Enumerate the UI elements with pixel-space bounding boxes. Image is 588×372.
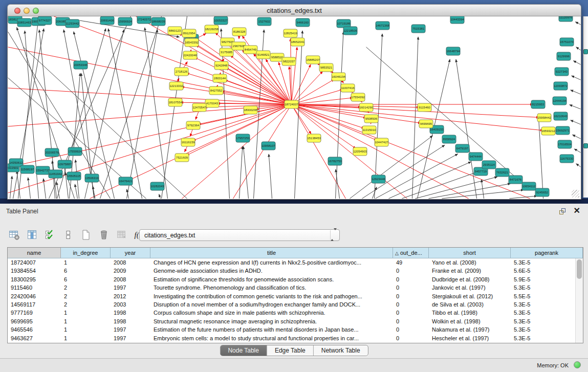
graph-node[interactable]: 20691406 [100,16,115,25]
table-cell[interactable]: 5.3E-5 [511,334,583,342]
delete-column-icon[interactable] [98,229,110,241]
graph-edge[interactable] [336,32,344,199]
graph-edge[interactable] [85,30,124,199]
graph-node[interactable]: 8860123 [168,27,182,35]
table-cell[interactable]: 9465546 [8,325,61,334]
table-cell[interactable]: 5.3E-5 [511,309,583,317]
table-cell[interactable]: 1997 [111,334,150,342]
table-cell[interactable]: 5.3E-5 [511,317,583,325]
graph-node[interactable]: 9508506 [364,115,378,123]
graph-edge[interactable] [416,177,497,199]
row-height-icon[interactable] [62,229,74,241]
table-cell[interactable]: 18300295 [8,275,61,283]
graph-node[interactable]: 2718126 [175,68,188,76]
table-cell[interactable]: Estimation of significance thresholds fo… [150,275,393,283]
graph-node[interactable]: 7521609 [175,154,189,162]
table-row[interactable]: 2242004622012Investigating the contribut… [8,292,583,300]
graph-node[interactable]: 12470547 [192,103,207,112]
graph-edge[interactable] [292,104,311,134]
graph-node[interactable]: 12444194 [553,97,567,105]
graph-edge[interactable] [75,184,77,199]
table-cell[interactable]: 2009 [111,267,150,275]
table-cell[interactable]: 2008 [111,275,150,283]
table-row[interactable]: 977716911998Corpus callosum shape and si… [8,309,583,317]
graph-node[interactable]: 7515381 [411,25,425,33]
graph-node[interactable]: 16593212 [541,127,556,135]
graph-node[interactable]: 16648794 [446,47,461,55]
table-cell[interactable]: 9115460 [8,283,61,292]
table-cell[interactable]: 1 [61,334,111,342]
graph-node[interactable]: 1527602 [257,17,271,26]
graph-node[interactable]: 11253442 [66,19,79,28]
graph-node[interactable]: 8471676 [509,176,522,184]
table-cell[interactable]: 1 [61,317,111,325]
graph-node[interactable]: 12213332 [169,82,184,90]
table-row[interactable]: 1938455462009Genome-wide association stu… [8,267,583,275]
table-cell[interactable]: 0 [393,283,429,292]
graph-node[interactable]: 9129996 [557,52,571,60]
table-cell[interactable]: 0 [393,275,429,283]
table-cell[interactable]: 18724007 [8,258,61,267]
graph-node[interactable]: 17957253 [236,134,250,142]
table-cell[interactable]: 22420046 [8,292,61,300]
tab-network-table[interactable]: Network Table [314,345,368,356]
graph-node[interactable]: 16543392 [185,38,199,47]
graph-edge[interactable] [194,57,291,104]
graph-node[interactable]: 13506319 [85,174,99,182]
graph-node[interactable]: 9792364 [186,121,200,129]
memory-status-icon[interactable] [574,361,581,368]
table-cell[interactable]: Disruption of a novel member of a sodium… [150,300,393,309]
table-cell[interactable]: 6 [61,275,111,283]
graph-node[interactable]: 17559924 [68,147,82,156]
close-panel-icon[interactable]: ✕ [574,206,580,215]
graph-node[interactable]: 18668039 [151,17,166,26]
table-cell[interactable]: Investigating the contribution of common… [150,292,393,300]
table-cell[interactable]: Stergiakouli et al. (2012) [429,292,511,300]
graph-edge[interactable] [510,196,537,199]
graph-node[interactable]: 16782753 [328,157,342,165]
table-cell[interactable]: 5.5E-5 [511,292,583,300]
float-window-icon[interactable] [558,207,567,215]
graph-edge[interactable] [8,47,292,104]
graph-edge[interactable] [292,47,297,104]
table-cell[interactable]: Genome-wide association studies in ADHD. [150,267,393,275]
table-cell[interactable]: 1997 [111,283,150,292]
table-row[interactable]: 946554611997Estimation of the future num… [8,325,583,334]
graph-node[interactable]: 16046194 [332,73,346,81]
table-cell[interactable]: 0 [393,292,429,300]
graph-edge[interactable] [376,154,458,199]
tab-node-table[interactable]: Node Table [220,345,267,356]
graph-edge[interactable] [412,37,419,199]
graph-node[interactable]: 11568197 [20,165,34,173]
graph-node[interactable]: 10975887 [58,160,72,168]
graph-node[interactable]: 17240372 [137,16,151,24]
table-scrollbar[interactable] [575,258,583,343]
graph-node[interactable]: 9242848 [214,61,228,70]
table-cell[interactable]: 1997 [111,325,150,334]
column-header-in-degree[interactable]: in_degree [61,248,111,258]
graph-node[interactable]: 8958924 [442,135,456,143]
network-canvas[interactable]: 1872400718381306208514631905572497743272… [7,16,581,200]
table-cell[interactable]: 1 [61,258,111,267]
graph-edge[interactable] [350,136,433,199]
table-cell[interactable]: 5.6E-5 [511,267,583,275]
graph-node[interactable]: 15505115 [67,172,81,180]
table-cell[interactable]: 2008 [111,258,150,267]
graph-node[interactable]: 22420046 [183,51,198,59]
graph-node[interactable]: 16210643 [554,112,568,120]
table-cell[interactable]: 14569117 [8,300,61,309]
graph-edge[interactable] [8,88,292,104]
table-cell[interactable]: Nakamura et al. (1997) [429,325,511,334]
network-window-titlebar[interactable]: citations_edges.txt [7,4,581,16]
graph-edge[interactable] [159,194,161,199]
table-row[interactable]: 1456911722003Disruption of a novel membe… [8,300,583,309]
table-cell[interactable]: 9463627 [8,334,61,342]
graph-node[interactable]: 10447427 [375,138,389,146]
table-cell[interactable]: Franke et al. (2009) [429,267,511,275]
graph-node[interactable]: 12054903 [353,147,367,156]
table-cell[interactable]: 0 [393,334,429,342]
graph-node[interactable]: 12093872 [554,82,568,90]
table-cell[interactable]: Corpus callosum shape and size in male p… [150,309,393,317]
column-header-pagerank[interactable]: pagerank [511,248,583,258]
column-header-year[interactable]: year [111,248,150,258]
